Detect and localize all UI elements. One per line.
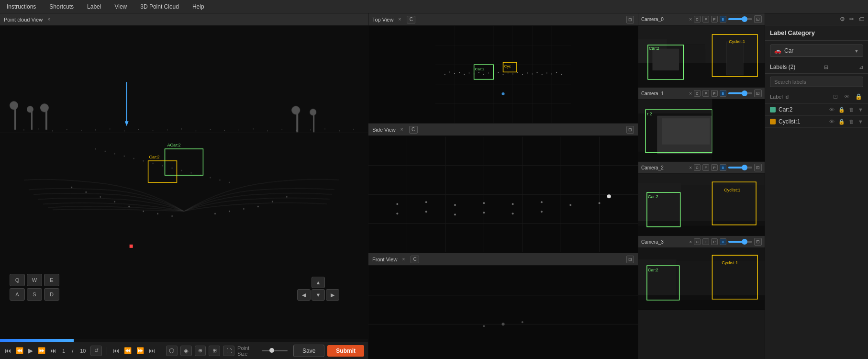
camera-3-maximize[interactable]: ⊡ bbox=[754, 238, 762, 246]
playback-last[interactable]: ⏭ bbox=[49, 347, 57, 354]
cyclist1-expand-icon[interactable]: ▼ bbox=[858, 119, 863, 124]
side-view-c-btn[interactable]: C bbox=[409, 126, 418, 134]
camera-3-image[interactable]: Car:2 Cyclist:1 bbox=[638, 247, 765, 310]
cyclist1-delete-icon[interactable]: 🗑 bbox=[849, 119, 854, 124]
top-view-maximize[interactable]: ⊡ bbox=[626, 16, 634, 23]
label-panel-tag-icon[interactable]: 🏷 bbox=[857, 14, 866, 24]
side-view-maximize[interactable]: ⊡ bbox=[626, 126, 634, 134]
skip-back-btn[interactable]: ⏮ bbox=[112, 347, 120, 354]
step-forward-btn[interactable]: ⏩ bbox=[135, 347, 145, 354]
camera-0-f-btn[interactable]: F bbox=[702, 16, 709, 22]
camera-2-image[interactable]: Car:2 Cyclist:1 bbox=[638, 173, 765, 236]
camera-1-close[interactable]: × bbox=[689, 91, 692, 96]
camera-2-slider[interactable] bbox=[728, 167, 752, 168]
camera-2-f-btn[interactable]: F bbox=[702, 164, 709, 171]
camera-1-b-btn[interactable]: B bbox=[720, 90, 726, 97]
refresh-btn[interactable]: ↺ bbox=[90, 346, 102, 356]
camera-1-slider[interactable] bbox=[728, 92, 752, 94]
point-cloud-view[interactable]: ACar:2 Car:2 Q W E A S D bbox=[0, 26, 368, 339]
camera-3-p-btn[interactable]: P bbox=[711, 238, 718, 245]
key-e[interactable]: E bbox=[44, 274, 59, 286]
side-view-close[interactable]: × bbox=[401, 127, 403, 132]
cyclist1-hidden-icon[interactable]: 👁 bbox=[829, 119, 835, 124]
expand-icon[interactable]: ⛶ bbox=[223, 346, 234, 356]
camera-2-c-btn[interactable]: C bbox=[694, 164, 701, 171]
point-size-slider[interactable] bbox=[262, 350, 288, 351]
camera-1-maximize[interactable]: ⊡ bbox=[754, 90, 762, 97]
camera-1-c-btn[interactable]: C bbox=[694, 90, 701, 97]
step-back-btn[interactable]: ⏪ bbox=[123, 347, 133, 354]
camera-2-b-btn[interactable]: B bbox=[720, 164, 726, 171]
arrow-up-btn[interactable]: ▲ bbox=[312, 277, 325, 288]
camera-0-c-btn[interactable]: C bbox=[694, 16, 701, 22]
top-view-close[interactable]: × bbox=[398, 17, 401, 22]
camera-1-p-btn[interactable]: P bbox=[711, 90, 718, 97]
menu-3d-point-cloud[interactable]: 3D Point Cloud bbox=[134, 1, 186, 12]
save-button[interactable]: Save bbox=[293, 345, 324, 357]
car2-expand-icon[interactable]: ▼ bbox=[858, 107, 863, 112]
search-labels-input[interactable] bbox=[774, 79, 859, 85]
label-header-copy-icon[interactable]: ⊡ bbox=[831, 92, 840, 101]
select-icon[interactable]: ⊞ bbox=[209, 346, 220, 356]
crosshair-icon[interactable]: ⊕ bbox=[195, 346, 206, 356]
camera-0-b-btn[interactable]: B bbox=[720, 16, 726, 22]
camera-1-image[interactable]: r:2 bbox=[638, 99, 765, 161]
camera-3-f-btn[interactable]: F bbox=[702, 238, 709, 245]
menu-label[interactable]: Label bbox=[80, 1, 108, 12]
key-q[interactable]: Q bbox=[10, 274, 25, 286]
playback-first[interactable]: ⏮ bbox=[4, 347, 12, 354]
camera-3-slider[interactable] bbox=[728, 241, 752, 243]
arrow-right-btn[interactable]: ▶ bbox=[326, 289, 339, 301]
label-header-lock-icon[interactable]: 🔒 bbox=[854, 92, 863, 101]
camera-1-f-btn[interactable]: F bbox=[702, 90, 709, 97]
key-s[interactable]: S bbox=[27, 288, 42, 301]
top-view-content[interactable]: Car:2 Cyc bbox=[368, 26, 638, 123]
front-view-close[interactable]: × bbox=[402, 257, 405, 262]
camera-2-close[interactable]: × bbox=[689, 165, 692, 170]
car2-lock-icon[interactable]: 🔒 bbox=[838, 107, 845, 113]
playback-prev[interactable]: ⏪ bbox=[15, 347, 24, 354]
side-view-content[interactable] bbox=[368, 136, 638, 253]
point-cloud-close[interactable]: × bbox=[47, 17, 50, 22]
front-view-content[interactable] bbox=[368, 266, 638, 359]
key-a[interactable]: A bbox=[10, 288, 25, 301]
cyclist1-lock-icon[interactable]: 🔒 bbox=[838, 119, 845, 125]
menu-view[interactable]: View bbox=[108, 1, 134, 12]
key-d[interactable]: D bbox=[44, 288, 59, 301]
camera-0-p-btn[interactable]: P bbox=[711, 16, 718, 22]
camera-0-maximize[interactable]: ⊡ bbox=[754, 15, 762, 23]
playback-next[interactable]: ⏩ bbox=[37, 347, 46, 354]
camera-2-maximize[interactable]: ⊡ bbox=[754, 164, 762, 171]
funnel-icon[interactable]: ⊿ bbox=[859, 64, 863, 70]
label-panel-settings-icon[interactable]: ⚙ bbox=[837, 14, 847, 24]
car2-hidden-icon[interactable]: 👁 bbox=[829, 107, 835, 112]
menu-instructions[interactable]: Instructions bbox=[0, 1, 43, 12]
camera-0-image[interactable]: Car:2 Cyclist:1 bbox=[638, 25, 765, 87]
top-view-c-btn[interactable]: C bbox=[407, 16, 415, 23]
car2-delete-icon[interactable]: 🗑 bbox=[849, 107, 854, 112]
car2-label-name[interactable]: Car:2 bbox=[779, 106, 825, 113]
category-dropdown[interactable]: 🚗 Car ▼ bbox=[770, 45, 863, 57]
menu-shortcuts[interactable]: Shortcuts bbox=[43, 1, 80, 12]
submit-button[interactable]: Submit bbox=[327, 345, 364, 357]
label-panel-edit-icon[interactable]: ✏ bbox=[847, 14, 857, 24]
label-header-eye-icon[interactable]: 👁 bbox=[842, 92, 852, 101]
3d-box-icon[interactable]: ⬡ bbox=[166, 346, 178, 356]
front-view-c-btn[interactable]: C bbox=[411, 256, 419, 263]
arrow-down-btn[interactable]: ▼ bbox=[312, 289, 325, 301]
camera-3-close[interactable]: × bbox=[689, 239, 692, 245]
camera-3-b-btn[interactable]: B bbox=[720, 238, 726, 245]
skip-forward-btn[interactable]: ⏭ bbox=[148, 347, 156, 354]
menu-help[interactable]: Help bbox=[186, 1, 211, 12]
filter-icon[interactable]: ⊟ bbox=[824, 64, 828, 70]
3d-view-icon[interactable]: ◈ bbox=[180, 346, 192, 356]
camera-2-p-btn[interactable]: P bbox=[711, 164, 718, 171]
key-w[interactable]: W bbox=[27, 274, 42, 286]
camera-0-slider[interactable] bbox=[728, 18, 752, 20]
camera-3-c-btn[interactable]: C bbox=[694, 238, 701, 245]
front-view-maximize[interactable]: ⊡ bbox=[626, 256, 634, 263]
playback-play[interactable]: ▶ bbox=[27, 347, 34, 354]
camera-0-close[interactable]: × bbox=[689, 17, 692, 22]
cyclist1-label-name[interactable]: Cyclist:1 bbox=[779, 118, 825, 125]
arrow-left-btn[interactable]: ◀ bbox=[297, 289, 311, 301]
